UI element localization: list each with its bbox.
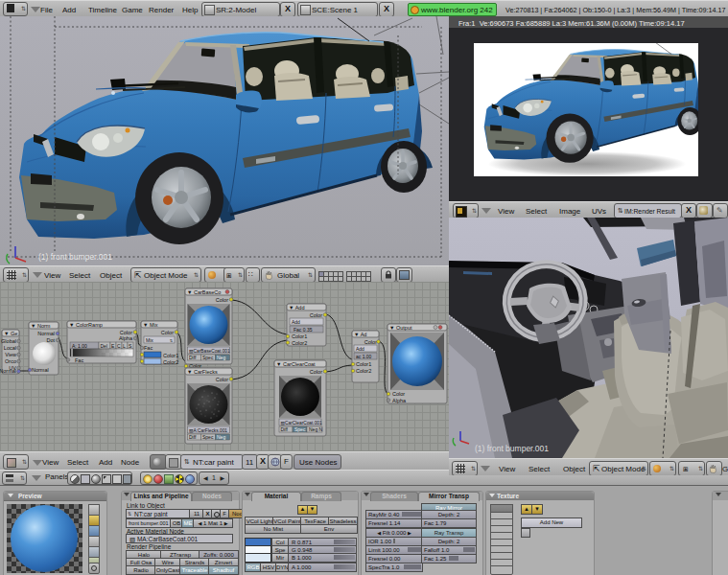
svg-text:Spec: Spec — [294, 426, 306, 432]
svg-text:Fac: Fac — [75, 357, 83, 363]
svg-text:Color2: Color2 — [356, 368, 371, 374]
svg-text:Fac 0.35: Fac 0.35 — [294, 327, 313, 333]
svg-text:▼ Mix: ▼ Mix — [143, 322, 158, 328]
svg-text:Color1: Color1 — [292, 334, 307, 339]
svg-text:Spec: Spec — [202, 434, 214, 440]
svg-text:Color: Color — [392, 391, 405, 397]
svg-text:Color: Color — [120, 330, 132, 335]
svg-text:Spec: Spec — [202, 355, 214, 360]
svg-text:Fac: Fac — [144, 345, 153, 351]
svg-text:▼ ColorRamp: ▼ ColorRamp — [69, 322, 103, 328]
svg-text:Add: Add — [356, 346, 364, 352]
svg-text:Color1: Color1 — [163, 353, 178, 358]
svg-text:Color1: Color1 — [356, 361, 371, 367]
svg-text:Color: Color — [216, 297, 228, 303]
svg-text:Global: Global — [1, 338, 16, 344]
svg-text:▧CarClearCoat.001: ▧CarClearCoat.001 — [281, 421, 323, 426]
svg-text:Color: Color — [310, 369, 322, 375]
svg-text:Neg: Neg — [217, 434, 225, 440]
svg-text:Add: Add — [292, 319, 300, 325]
svg-text:Diff: Diff — [189, 355, 197, 360]
svg-text:▼ Norm: ▼ Norm — [31, 323, 51, 329]
svg-text:Mix: Mix — [146, 337, 153, 343]
svg-text:Del: Del — [101, 343, 108, 349]
svg-text:ac 1.00: ac 1.00 — [356, 354, 372, 359]
svg-text:Local: Local — [4, 345, 16, 351]
svg-text:Normal: Normal — [0, 368, 16, 374]
svg-text:Color2: Color2 — [163, 359, 178, 365]
svg-text:Color: Color — [364, 339, 377, 345]
svg-text:▧A:CarFlecks.001: ▧A:CarFlecks.001 — [189, 428, 227, 433]
svg-text:Color: Color — [216, 377, 228, 382]
svg-text:Dot: Dot — [46, 337, 55, 343]
svg-text:Alpha: Alpha — [392, 398, 407, 403]
svg-text:C: C — [117, 343, 121, 349]
svg-text:Color: Color — [161, 330, 174, 335]
svg-text:Color2: Color2 — [292, 340, 307, 346]
svg-text:Orco: Orco — [5, 358, 16, 364]
svg-text:Alpha: Alpha — [119, 335, 133, 341]
svg-text:▼ Output: ▼ Output — [389, 325, 412, 331]
svg-text:Color: Color — [310, 312, 322, 318]
svg-text:Neg: Neg — [217, 355, 225, 360]
svg-text:Diff: Diff — [189, 434, 197, 440]
svg-text:Normal: Normal — [37, 331, 55, 336]
svg-text:View: View — [5, 352, 16, 357]
svg-text:▧CarBaseCoat.001: ▧CarBaseCoat.001 — [189, 349, 230, 354]
svg-text:A: 1.00: A: 1.00 — [72, 343, 87, 349]
svg-text:L: L — [123, 343, 126, 349]
svg-text:▼ CarFlecks: ▼ CarFlecks — [187, 369, 218, 375]
svg-text:▼ CarBaseCo: ▼ CarBaseCo — [187, 289, 221, 295]
svg-text:Diff: Diff — [281, 426, 289, 432]
svg-text:▼ Add: ▼ Add — [289, 305, 304, 310]
svg-text:Neg N: Neg N — [309, 426, 323, 432]
svg-text:▼ CarClearCoat: ▼ CarClearCoat — [276, 361, 316, 367]
svg-text:Normal: Normal — [32, 367, 49, 373]
svg-text:▼ Ad: ▼ Ad — [354, 332, 366, 337]
svg-text:▼ Ge: ▼ Ge — [4, 331, 17, 336]
